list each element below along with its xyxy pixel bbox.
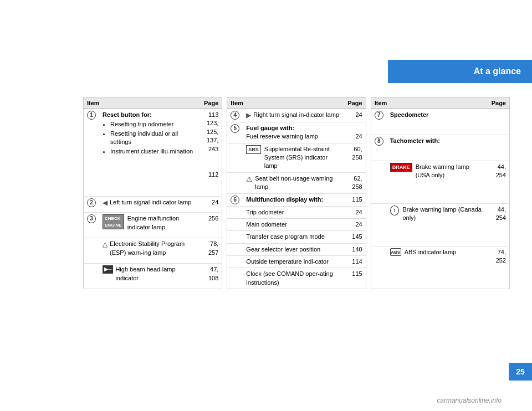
page-num-gear: 140: [344, 243, 366, 255]
item-label-transfer: Transfer case program mode: [243, 231, 344, 243]
reset-bullet-list: Resetting trip odometer Resetting indivi…: [103, 120, 197, 156]
item-num-4: 4: [227, 109, 243, 122]
item-num-1: 1: [84, 109, 100, 197]
table-row: Gear selector lever position 140: [227, 243, 366, 255]
page-num-brake-usa: 44,254: [488, 161, 510, 203]
col2-table: Item Page 4 ▶ Right turn signal in-dicat…: [227, 97, 366, 289]
page-num-seatbelt: 62,258: [344, 172, 366, 193]
page-num-srs: 60,258: [344, 143, 366, 172]
item-num-8: 8: [371, 135, 387, 161]
page-badge: 25: [509, 363, 532, 381]
list-item: Instrument cluster illu-mination: [110, 147, 197, 156]
table-row: Clock (see COMAND oper-ating instruction…: [227, 268, 366, 289]
item-num-6: 6: [227, 193, 243, 206]
table-row: 5 Fuel gauge with: Fuel reserve warning …: [227, 122, 366, 143]
brake-icon: BRAKE: [390, 163, 412, 172]
page-num-main-odo: 24: [344, 218, 366, 230]
watermark: carmanualsonline.info: [437, 397, 502, 404]
table-row: BRAKE Brake warning lamp (USA only) 44,2…: [371, 161, 509, 203]
content-area: Item Page 1 Reset button for: Resetting …: [83, 97, 510, 289]
highbeam-icon: ▶─: [103, 265, 113, 274]
fuel-reserve-label: Fuel reserve warning lamp: [246, 133, 318, 140]
table-row: 6 Multifunction display with: 115: [227, 193, 366, 206]
table-row: ▶─ High beam head-lamp indicator 47,108: [84, 264, 222, 289]
item-label-brake-canada: ! Brake warning lamp (Canada only): [387, 203, 488, 246]
page-num-abs: 74,252: [488, 246, 510, 289]
table-row: SRS Supplemental Re-straint System (SRS)…: [227, 143, 366, 172]
abs-icon: ABS: [390, 248, 401, 256]
item-num-2: 2: [84, 197, 100, 213]
left-turn-signal-icon: ◀: [103, 198, 108, 208]
col1-page-header: Page: [201, 97, 222, 109]
table-row: 8 Tachometer with:: [371, 135, 509, 161]
item-num-5: 5: [227, 122, 243, 143]
page-num-reset: 113123,125,137,243112: [201, 109, 222, 197]
col3-page-header: Page: [488, 97, 510, 109]
page-num-engine: 256: [201, 213, 222, 238]
page-num-trip: 24: [344, 206, 366, 218]
page-number: 25: [516, 367, 525, 376]
item-label-esp: △ Electronic Stability Program (ESP) war…: [99, 238, 201, 264]
item-label-srs: SRS Supplemental Re-straint System (SRS)…: [243, 143, 344, 172]
table-row: Trip odometer 24: [227, 206, 366, 218]
esp-icon: △: [103, 240, 108, 249]
item-label-reset: Reset button for: Resetting trip odomete…: [99, 109, 201, 197]
col2-page-header: Page: [344, 97, 366, 109]
col1-item-header: Item: [84, 97, 201, 109]
seatbelt-icon: ⚠: [246, 174, 253, 184]
page-num-highbeam: 47,108: [201, 264, 222, 289]
table-row: 7 Speedometer: [371, 109, 509, 135]
table-row: △ Electronic Stability Program (ESP) war…: [84, 238, 222, 264]
item-label-tacho: Tachometer with:: [387, 135, 488, 161]
item-label-highbeam: ▶─ High beam head-lamp indicator: [99, 264, 201, 289]
page-num-tacho: [488, 135, 510, 161]
item-num-seatbelt-empty: [227, 172, 243, 193]
header-banner: At a glance: [388, 60, 532, 83]
item-num-7: 7: [371, 109, 387, 135]
table-row: Main odometer 24: [227, 218, 366, 230]
item-label-brake-usa: BRAKE Brake warning lamp (USA only): [387, 161, 488, 203]
table-row: ABS ABS indicator lamp 74,252: [371, 246, 509, 289]
item-label-outside-temp: Outside temperature indi-cator: [243, 256, 344, 268]
item-label-right-turn: ▶ Right turn signal in-dicator lamp: [243, 109, 344, 122]
item-label-left-turn: ◀ Left turn signal indi-cator lamp: [99, 197, 201, 213]
item-num-3: 3: [84, 213, 100, 238]
page-num-outside-temp: 114: [344, 256, 366, 268]
item-num-highbeam: [84, 264, 100, 289]
page-num-transfer: 145: [344, 231, 366, 243]
page-num-fuel: 24: [344, 122, 366, 143]
brake-circle-icon: !: [390, 206, 400, 215]
table-row: 1 Reset button for: Resetting trip odome…: [84, 109, 222, 197]
table-row: ⚠ Seat belt non-usage warning lamp 62,25…: [227, 172, 366, 193]
table-row: 4 ▶ Right turn signal in-dicator lamp 24: [227, 109, 366, 122]
col3-item-header: Item: [371, 97, 488, 109]
right-turn-signal-icon: ▶: [246, 111, 251, 120]
item-label-fuel: Fuel gauge with: Fuel reserve warning la…: [243, 122, 344, 143]
item-label-multifunction: Multifunction display with:: [243, 193, 344, 206]
item-label-abs: ABS ABS indicator lamp: [387, 246, 488, 289]
page-num-left-turn: 24: [201, 197, 222, 213]
table-row: 2 ◀ Left turn signal indi-cator lamp 24: [84, 197, 222, 213]
item-label-gear: Gear selector lever position: [243, 243, 344, 255]
col1-table: Item Page 1 Reset button for: Resetting …: [83, 97, 222, 289]
page-num-multifunction: 115: [344, 193, 366, 206]
page-num-esp: 78,257: [201, 238, 222, 264]
table-row: 3 CHECKENGINE Engine malfunction indicat…: [84, 213, 222, 238]
header-title: At a glance: [474, 66, 521, 76]
table-row: Outside temperature indi-cator 114: [227, 256, 366, 268]
col2-item-header: Item: [227, 97, 345, 109]
item-label-clock: Clock (see COMAND oper-ating instruction…: [243, 268, 344, 289]
table-row: Transfer case program mode 145: [227, 231, 366, 243]
srs-icon: SRS: [246, 145, 261, 155]
table-row: ! Brake warning lamp (Canada only) 44,25…: [371, 203, 509, 246]
item-label-trip: Trip odometer: [243, 206, 344, 218]
item-label-speedo: Speedometer: [387, 109, 488, 135]
page-num-clock: 115: [344, 268, 366, 289]
page-num-speedo: [488, 109, 510, 135]
item-num-esp: [84, 238, 100, 264]
page-num-brake-canada: 44,254: [488, 203, 510, 246]
check-engine-icon: CHECKENGINE: [103, 214, 124, 229]
page-num-right-turn: 24: [344, 109, 366, 122]
item-label-seatbelt: ⚠ Seat belt non-usage warning lamp: [243, 172, 344, 193]
item-num-srs-empty: [227, 143, 243, 172]
